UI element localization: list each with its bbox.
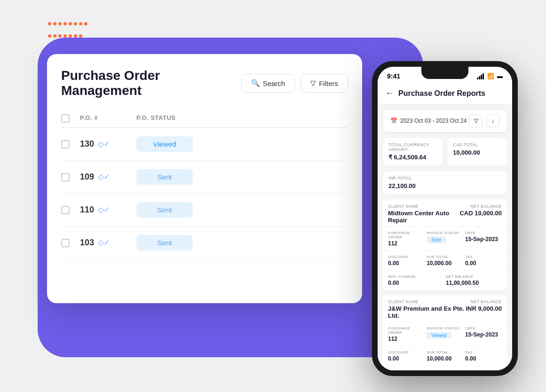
cad-total-card: CAD Total 10,000.00 — [447, 137, 507, 166]
status-badge: Sent — [136, 202, 193, 218]
phone-nav: ← Purchase Order Reports — [378, 83, 512, 104]
phone-notch — [421, 67, 468, 79]
search-icon: 🔍 — [251, 79, 260, 87]
check-diamond-icon: ◇✓ — [98, 205, 110, 214]
po-number: 109 ◇✓ — [80, 172, 136, 182]
signal-icon — [477, 73, 484, 79]
status-badge: Sent — [136, 169, 193, 185]
filter-icon: ▽ — [310, 79, 316, 87]
summary-cards: Total Currency Amount ₹ 6,24,509.64 CAD … — [378, 137, 512, 166]
inr-total-card: INR Total 22,100.00 — [382, 171, 507, 195]
back-arrow-icon[interactable]: ← — [385, 88, 394, 98]
invoice-detail-grid: PURCHASE ORDER 112 INVOICE STATUS Sent D… — [382, 227, 507, 251]
row-checkbox[interactable] — [61, 239, 80, 247]
desktop-card: Purchase Order Management 🔍 Search ▽ Fil… — [47, 54, 362, 303]
search-button[interactable]: 🔍 Search — [241, 74, 295, 93]
total-currency-card: Total Currency Amount ₹ 6,24,509.64 — [382, 137, 443, 166]
orange-dots-top-left-2 — [47, 32, 83, 40]
client-records: CLIENT NAME Midtown Center Auto Repair N… — [378, 199, 512, 370]
financials-grid: DISCOUNT 0.00 SUB TOTAL 10,000.00 TAX 0.… — [382, 346, 507, 366]
wifi-icon: 📶 — [487, 73, 494, 79]
battery-icon: ▬ — [497, 73, 503, 79]
checkbox-header — [61, 114, 80, 123]
filters-button[interactable]: ▽ Filters — [301, 74, 348, 93]
check-diamond-icon: ◇✓ — [98, 238, 110, 247]
po-number: 103 ◇✓ — [80, 238, 136, 248]
download-button[interactable]: ↓ — [486, 114, 499, 127]
row-checkbox[interactable] — [61, 206, 80, 214]
status-cell: Viewed — [136, 136, 348, 152]
po-status-header: P.O. STATUS — [136, 114, 348, 123]
table-row: 110 ◇✓ Sent — [61, 194, 348, 227]
table-body: 130 ◇✓ Viewed 109 ◇✓ Sent 110 ◇✓ Sent 10… — [61, 128, 348, 259]
phone-container: 9:41 📶 ▬ ← Purchase Order Reports — [372, 61, 518, 385]
phone-page-title: Purchase Order Reports — [398, 89, 485, 98]
po-number-header: P.O. # — [80, 114, 136, 123]
status-cell: Sent — [136, 169, 348, 185]
orange-dots-top-left — [47, 20, 88, 28]
table-row: 103 ◇✓ Sent — [61, 227, 348, 259]
financials-grid: DISCOUNT 0.00 SUB TOTAL 10,000.00 TAX 0.… — [382, 251, 507, 270]
client-record: CLIENT NAME J&W Premium and Ex Pte. Ltd.… — [382, 295, 507, 370]
status-icons: 📶 ▬ — [477, 73, 503, 79]
row-checkbox[interactable] — [61, 140, 80, 149]
desktop-actions: 🔍 Search ▽ Filters — [241, 74, 348, 93]
po-number: 110 ◇✓ — [80, 205, 136, 215]
status-cell: Sent — [136, 202, 348, 218]
status-badge: Sent — [136, 235, 193, 251]
status-badge: Viewed — [136, 136, 193, 152]
row-checkbox[interactable] — [61, 173, 80, 181]
phone-screen: 9:41 📶 ▬ ← Purchase Order Reports — [378, 67, 512, 370]
date-filter-bar: 📅 2023 Oct 03 - 2023 Oct 24 ▽ ↓ — [382, 109, 507, 133]
phone-content[interactable]: 📅 2023 Oct 03 - 2023 Oct 24 ▽ ↓ Total Cu… — [378, 104, 512, 370]
date-filter-actions: ▽ ↓ — [469, 114, 499, 127]
status-time: 9:41 — [387, 72, 400, 80]
client-header-row: CLIENT NAME Midtown Center Auto Repair N… — [382, 199, 507, 227]
client-header-row: CLIENT NAME J&W Premium and Ex Pte. Ltd.… — [382, 295, 507, 322]
table-row: 109 ◇✓ Sent — [61, 161, 348, 194]
filter-button[interactable]: ▽ — [469, 114, 483, 127]
add-charge-row-2: P. CHARGE NET BALANCE — [382, 366, 507, 370]
po-number: 130 ◇✓ — [80, 139, 136, 149]
page-title: Purchase Order Management — [61, 68, 241, 98]
add-charge-row: ADD. CHARGE 0.00 NET BALANCE 11,00,000.5… — [382, 270, 507, 290]
select-all-checkbox[interactable] — [61, 114, 70, 123]
desktop-header: Purchase Order Management 🔍 Search ▽ Fil… — [61, 68, 348, 98]
status-cell: Sent — [136, 235, 348, 251]
client-record: CLIENT NAME Midtown Center Auto Repair N… — [382, 199, 507, 290]
check-diamond-icon: ◇✓ — [98, 140, 110, 149]
date-range: 📅 2023 Oct 03 - 2023 Oct 24 — [390, 118, 467, 124]
table-row: 130 ◇✓ Viewed — [61, 128, 348, 161]
check-diamond-icon: ◇✓ — [98, 172, 110, 181]
invoice-detail-grid: PURCHASE ORDER 112 INVOICE STATUS Viewed… — [382, 322, 507, 346]
calendar-icon: 📅 — [390, 118, 397, 124]
phone-frame: 9:41 📶 ▬ ← Purchase Order Reports — [372, 61, 518, 376]
table-header: P.O. # P.O. STATUS — [61, 110, 348, 128]
